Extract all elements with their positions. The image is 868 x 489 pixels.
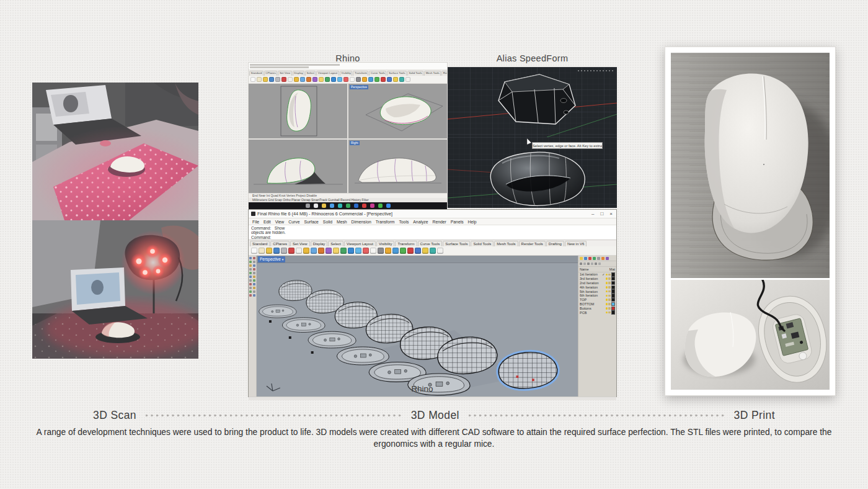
taskbar-icon[interactable] xyxy=(354,204,358,208)
alias-cage-viewport[interactable] xyxy=(448,67,617,137)
toolbar-icon[interactable] xyxy=(331,77,336,82)
toolbar-icon[interactable] xyxy=(381,77,386,82)
menu-item[interactable]: Edit xyxy=(264,220,271,224)
toolbar-icon[interactable] xyxy=(387,77,392,82)
menu-item[interactable]: Render xyxy=(433,220,446,224)
toolbar-icon[interactable] xyxy=(374,77,379,82)
toolbar-icon[interactable] xyxy=(340,248,347,254)
taskbar-icon[interactable] xyxy=(370,204,374,208)
toolbar-icon[interactable] xyxy=(363,248,369,254)
maximize-button[interactable]: □ xyxy=(600,211,603,217)
sidebar-tool-icon[interactable] xyxy=(253,264,255,267)
toolbar-icon[interactable] xyxy=(333,248,339,254)
sidebar-tool-icon[interactable] xyxy=(253,279,255,282)
menu-item[interactable]: Tools xyxy=(399,220,409,224)
sidebar-tool-icon[interactable] xyxy=(249,287,252,289)
toolbar-icon[interactable] xyxy=(281,77,286,82)
layer-row[interactable]: 5th Iteration xyxy=(578,289,616,294)
toolbar-icon[interactable] xyxy=(362,77,367,82)
bulb-icon[interactable] xyxy=(606,307,608,310)
menu-item[interactable]: Dimension xyxy=(352,220,371,224)
toolbar-icon[interactable] xyxy=(259,248,265,254)
viewport-tab-perspective[interactable]: Perspective ▾ xyxy=(258,256,285,262)
layer-tool-icon[interactable] xyxy=(591,262,593,265)
sidebar-tool-icon[interactable] xyxy=(253,294,255,297)
lock-icon[interactable] xyxy=(608,312,611,314)
layer-color-chip[interactable] xyxy=(611,294,616,298)
taskbar-icon[interactable] xyxy=(306,204,310,208)
layer-color-chip[interactable] xyxy=(611,272,616,277)
lock-icon[interactable] xyxy=(608,282,611,284)
toolbar-icon[interactable] xyxy=(266,248,272,254)
toolbar-tab[interactable]: Surface Tools xyxy=(387,71,407,76)
menu-item[interactable]: Mesh xyxy=(337,220,347,224)
lock-icon[interactable] xyxy=(608,274,611,276)
toolbar-icon[interactable] xyxy=(392,248,399,254)
sidebar-tool-icon[interactable] xyxy=(249,290,252,293)
toolbar-icon[interactable] xyxy=(378,248,384,254)
taskbar-icon[interactable] xyxy=(362,204,366,208)
panel-tab-icon[interactable] xyxy=(584,257,587,260)
toolbar-icon[interactable] xyxy=(337,77,342,82)
toolbar-icon[interactable] xyxy=(356,77,361,82)
toolbar-tab[interactable]: Surface Tools xyxy=(443,241,470,246)
lock-icon[interactable] xyxy=(608,295,611,297)
layer-color-chip[interactable] xyxy=(611,285,616,290)
toolbar-icon[interactable] xyxy=(405,77,410,82)
sidebar-tool-icon[interactable] xyxy=(253,268,255,271)
bulb-icon[interactable] xyxy=(606,286,608,289)
bulb-icon[interactable] xyxy=(606,274,608,276)
sidebar-tool-icon[interactable] xyxy=(253,261,255,263)
toolbar-icon[interactable] xyxy=(296,248,302,254)
layer-tool-icon[interactable] xyxy=(598,262,601,265)
bulb-icon[interactable] xyxy=(606,312,608,314)
bulb-icon[interactable] xyxy=(606,282,608,284)
toolbar-icon[interactable] xyxy=(385,248,391,254)
layer-row[interactable]: 2nd Iteration xyxy=(578,281,616,285)
sidebar-tool-icon[interactable] xyxy=(249,257,252,259)
sidebar-tool-icon[interactable] xyxy=(249,276,252,278)
panel-tab-icon[interactable] xyxy=(588,257,591,260)
panel-tab-icon[interactable] xyxy=(580,257,583,260)
viewport-top[interactable] xyxy=(249,84,347,138)
toolbar-tab[interactable]: Curve Tools xyxy=(369,71,386,76)
menu-item[interactable]: Analyze xyxy=(413,220,428,224)
toolbar-tab[interactable]: Select xyxy=(305,71,316,76)
sidebar-tool-icon[interactable] xyxy=(249,261,252,263)
viewport-label-right[interactable]: Right xyxy=(350,141,360,145)
toolbar-tab[interactable]: Solid Tools xyxy=(471,241,494,246)
panel-tab-icon[interactable] xyxy=(597,257,600,260)
toolbar-icon[interactable] xyxy=(325,77,330,82)
bulb-icon[interactable] xyxy=(606,303,608,305)
toolbar-icon[interactable] xyxy=(275,77,280,82)
layer-color-chip[interactable] xyxy=(611,298,616,302)
toolbar-tab[interactable]: Viewport Layout xyxy=(344,241,376,246)
toolbar-tab[interactable]: Display xyxy=(311,241,328,246)
toolbar-icon[interactable] xyxy=(288,248,294,254)
taskbar-icon[interactable] xyxy=(314,204,318,208)
layer-color-chip[interactable] xyxy=(611,307,616,311)
layer-color-chip[interactable] xyxy=(611,281,616,285)
command-input[interactable]: Command: xyxy=(251,235,614,240)
layer-tool-icon[interactable] xyxy=(580,262,582,265)
viewport-right[interactable]: Right xyxy=(348,140,447,193)
toolbar-icon[interactable] xyxy=(422,248,428,254)
taskbar-icon[interactable] xyxy=(346,204,350,208)
menu-item[interactable]: Panels xyxy=(451,220,464,224)
minimize-button[interactable]: – xyxy=(591,211,594,217)
taskbar-icon[interactable] xyxy=(386,204,391,208)
sidebar-tool-icon[interactable] xyxy=(253,290,255,293)
alias-smooth-viewport[interactable]: Select vertex, edge or face. Alt Key to … xyxy=(448,137,617,208)
layer-row[interactable]: 1st Iteration ✓ xyxy=(578,272,616,277)
menu-item[interactable]: Surface xyxy=(304,220,318,224)
panel-tab-icon[interactable] xyxy=(601,257,604,260)
toolbar-icon[interactable] xyxy=(250,77,255,82)
lock-icon[interactable] xyxy=(608,286,611,289)
toolbar-icon[interactable] xyxy=(303,248,309,254)
toolbar-icon[interactable] xyxy=(399,77,404,82)
taskbar-icon[interactable] xyxy=(378,204,383,208)
toolbar-tab[interactable]: Render Tools xyxy=(441,71,447,76)
lock-icon[interactable] xyxy=(608,307,611,310)
toolbar-tab[interactable]: Visibility xyxy=(340,71,353,76)
toolbar-tab[interactable]: CPlanes xyxy=(270,241,290,246)
